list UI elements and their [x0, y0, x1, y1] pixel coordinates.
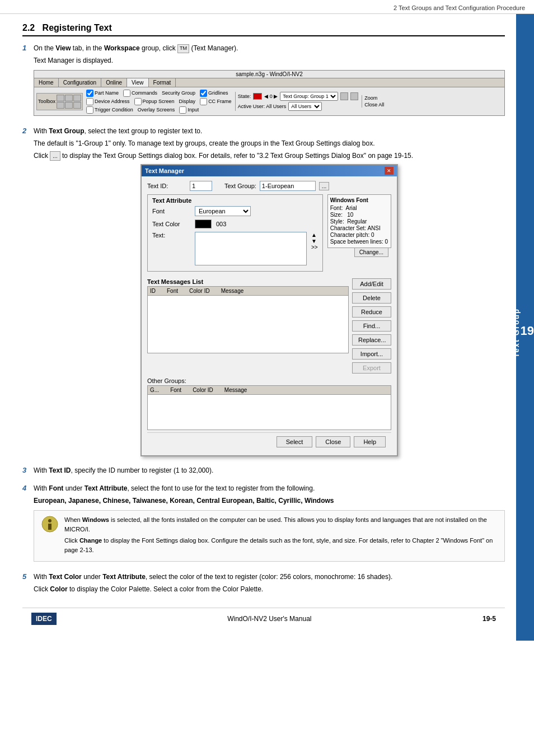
dialog-two-col: Text Attribute Font European Japanese Ch… [147, 194, 391, 275]
note-icon [41, 515, 59, 535]
font-style-row: Style: Regular [330, 218, 388, 225]
step-4-bold-font: Font [49, 484, 63, 492]
dialog-right-col: Windows Font Font: Arial Size: 10 Style:… [327, 194, 391, 275]
ribbon-checkboxes: Part Name Commands Security Group Gridli… [86, 90, 232, 114]
content-body: 2.2 Registering Text 1 On the View tab, … [0, 14, 516, 641]
char-set-row: Character Set: ANSI [330, 225, 388, 231]
state-indicator [253, 93, 262, 100]
messages-list: ID Font Color ID Message [147, 286, 349, 353]
select-button[interactable]: Select [277, 436, 313, 447]
messages-list-section: Text Messages List ID Font Color ID Mess… [147, 278, 391, 375]
text-id-input[interactable] [190, 181, 212, 191]
ribbon-body: Toolbox [34, 87, 504, 115]
dialog-titlebar: Text Manager ✕ [142, 165, 397, 176]
text-color-row: Text Color 003 [152, 220, 318, 228]
info-icon [41, 515, 59, 533]
right-sidebar: 19 Text Group [516, 14, 534, 641]
col-color-id: Color ID [189, 288, 210, 294]
text-color-label: Text Color [152, 221, 191, 227]
char-pitch-row: Character pitch: 0 [330, 232, 388, 238]
step-3-content: With Text ID, specify the ID number to r… [34, 465, 505, 478]
footer-page-num: 19-5 [483, 615, 496, 623]
other-groups-header: G... Font Color ID Message [148, 386, 391, 395]
font-row: Font European Japanese Chinese Taiwanese… [152, 206, 318, 216]
page-header: 2 Text Groups and Text Configuration Pro… [0, 0, 534, 14]
text-group-ellipsis-button[interactable]: ... [319, 182, 329, 190]
text-group-label: Text Group: [224, 183, 256, 189]
note-content: When Windows is selected, all the fonts … [64, 515, 498, 557]
step-4-content: With Font under Text Attribute, select t… [34, 483, 505, 566]
reduce-button[interactable]: Reduce [352, 306, 391, 318]
step-1-number: 1 [22, 43, 34, 52]
toolbox-label: Toolbox [38, 99, 55, 104]
font-name-row: Font: Arial [330, 205, 388, 211]
change-button[interactable]: Change... [354, 248, 388, 257]
font-size-value: 10 [347, 212, 353, 218]
other-groups-list: G... Font Color ID Message [147, 385, 391, 430]
delete-button[interactable]: Delete [352, 292, 391, 304]
find-button[interactable]: Find... [352, 320, 391, 332]
tab-format[interactable]: Format [149, 78, 176, 87]
space-row: Space between lines: 0 [330, 239, 388, 245]
step-2-subtext: The default is "1-Group 1" only. To mana… [34, 138, 505, 148]
checkbox-cc-frame: CC Frame [200, 98, 232, 105]
header-text: 2 Text Groups and Text Configuration Pro… [394, 4, 525, 11]
font-select[interactable]: European Japanese Chinese Taiwanese Kore… [195, 206, 251, 216]
font-style-value: Regular [347, 218, 367, 225]
active-user-select[interactable]: All Users [288, 102, 322, 111]
other-col-g: G... [150, 387, 159, 393]
char-pitch-value: 0 [371, 232, 374, 238]
close-button[interactable]: Close [316, 436, 350, 447]
other-groups-label: Other Groups: [147, 377, 391, 384]
close-all-label: Close All [364, 102, 384, 108]
ribbon-toolbox: Toolbox [36, 93, 83, 110]
step-2-number: 2 [22, 126, 34, 135]
export-button[interactable]: Export [352, 362, 391, 374]
dialog-body: Text ID: Text Group: ... Text Attribute [142, 176, 397, 455]
other-groups-section: Other Groups: G... Font Color ID Message [147, 377, 391, 430]
messages-list-header: ID Font Color ID Message [148, 287, 348, 296]
replace-button[interactable]: Replace... [352, 334, 391, 346]
other-col-message: Message [224, 387, 247, 393]
state-controls: ◀ 0 ▶ [264, 94, 278, 99]
note-bold-windows: Windows [82, 516, 109, 523]
import-button[interactable]: Import... [352, 348, 391, 360]
checkbox-popup-screen: Popup Screen [134, 98, 175, 105]
color-value: 003 [216, 221, 226, 227]
sidebar-number: 19 [521, 324, 534, 338]
active-user-label: Active User: All Users [238, 104, 287, 109]
step-4-fontlist: European, Japanese, Chinese, Taiwanese, … [34, 496, 505, 506]
tab-home[interactable]: Home [34, 78, 59, 87]
add-edit-button[interactable]: Add/Edit [352, 278, 391, 290]
step-1-bold-view: View [55, 44, 71, 52]
step-5-subtext: Click Color to display the Color Palette… [34, 584, 505, 594]
tab-configuration[interactable]: Configuration [59, 78, 101, 87]
scroll-down-icon[interactable]: ▼ [311, 238, 318, 244]
tab-view[interactable]: View [127, 78, 149, 87]
step-3-text: With Text ID, specify the ID number to r… [34, 465, 505, 475]
text-group-input[interactable] [260, 181, 316, 191]
expand-icon[interactable]: >> [311, 244, 318, 250]
section-title: Registering Text [43, 23, 112, 32]
dialog-close-button[interactable]: ✕ [385, 167, 394, 175]
step-2: 2 With Text Group, select the text group… [22, 126, 505, 460]
ellipsis-icon: ... [50, 151, 60, 161]
dialog-footer: Select Close Help [147, 432, 391, 451]
footer-manual: WindO/I-NV2 User's Manual [227, 615, 311, 623]
note-bold-change: Change [79, 537, 102, 544]
search-icon[interactable] [340, 92, 348, 100]
windows-font-box: Windows Font Font: Arial Size: 10 Style:… [327, 194, 391, 248]
scroll-up-icon[interactable]: ▲ [311, 232, 318, 238]
footer-logo-box: IDEC [31, 613, 57, 625]
help-button[interactable]: Help [354, 436, 386, 447]
text-input[interactable] [195, 232, 307, 265]
space-value: 0 [385, 239, 388, 245]
step-1-text: On the View tab, in the Workspace group,… [34, 43, 505, 53]
col-message: Message [221, 288, 244, 294]
action-buttons: Add/Edit Delete Reduce Find... Replace..… [352, 278, 391, 375]
tab-online[interactable]: Online [101, 78, 127, 87]
checkbox-commands: Commands [123, 90, 157, 97]
text-group-select[interactable]: Text Group: Group 1 [280, 92, 338, 101]
settings-icon[interactable] [350, 92, 358, 100]
color-box[interactable] [195, 220, 212, 228]
